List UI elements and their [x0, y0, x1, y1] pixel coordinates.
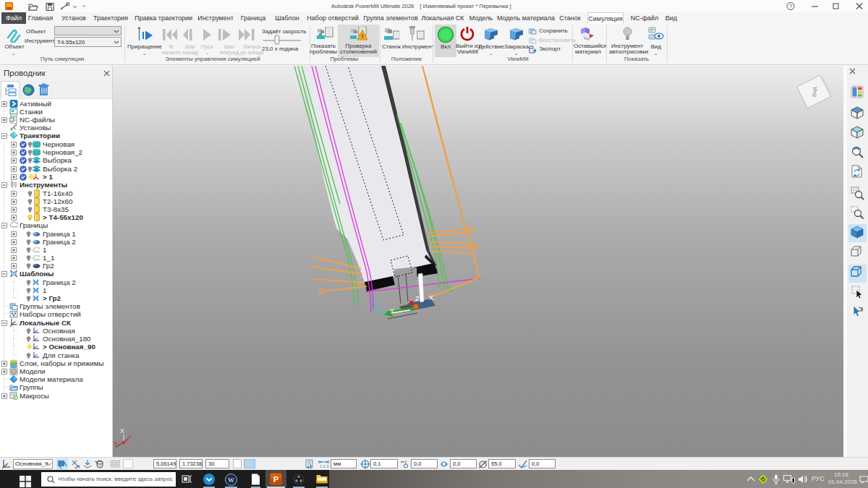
svg-text:!: !	[362, 33, 364, 40]
svg-text:X: X	[120, 427, 124, 435]
svg-text:Y: Y	[390, 307, 394, 314]
svg-text:W: W	[228, 476, 234, 484]
svg-text:X: X	[429, 294, 433, 301]
svg-text:?: ?	[789, 3, 793, 9]
svg-text:Z: Z	[415, 295, 420, 302]
svg-text:Вид: Вид	[811, 87, 817, 97]
svg-text:Y: Y	[114, 440, 118, 448]
svg-text:P: P	[273, 475, 278, 484]
svg-text:1 2 3: 1 2 3	[320, 464, 328, 468]
svg-text:z: z	[127, 437, 129, 442]
